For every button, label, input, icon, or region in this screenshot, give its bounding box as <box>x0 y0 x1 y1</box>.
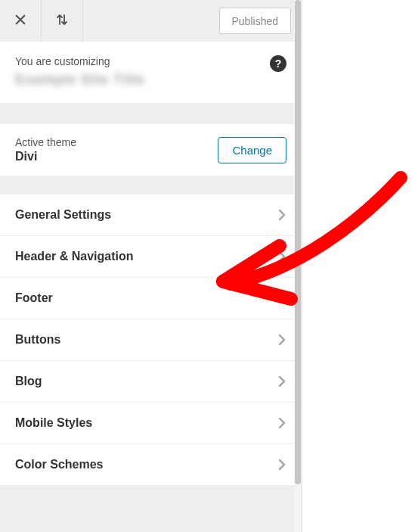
menu-item-label: Buttons <box>15 333 60 347</box>
close-button[interactable] <box>0 0 42 42</box>
help-icon[interactable]: ? <box>270 55 286 72</box>
publish-status-button[interactable]: Published <box>219 8 292 34</box>
menu-item-mobile-styles[interactable]: Mobile Styles <box>0 403 302 444</box>
change-theme-button[interactable]: Change <box>218 137 286 163</box>
menu-item-color-schemes[interactable]: Color Schemes <box>0 444 302 486</box>
chevron-right-icon <box>277 250 286 263</box>
customizing-label: You are customizing <box>15 55 286 67</box>
chevron-right-icon <box>277 458 286 471</box>
chevron-right-icon <box>277 416 286 430</box>
customizer-sidebar: Published You are customizing Example Si… <box>0 0 302 532</box>
active-theme-row: Active theme Divi Change <box>0 124 302 176</box>
chevron-right-icon <box>277 375 286 388</box>
menu-item-label: General Settings <box>15 208 111 222</box>
customizer-menu: General Settings Header & Navigation Foo… <box>0 194 302 486</box>
chevron-right-icon <box>277 208 286 222</box>
active-theme-name: Divi <box>15 150 76 163</box>
menu-item-label: Mobile Styles <box>15 416 92 430</box>
chevron-right-icon <box>277 333 286 347</box>
menu-item-footer[interactable]: Footer <box>0 278 302 319</box>
menu-item-label: Blog <box>15 375 42 388</box>
transfer-icon <box>55 13 69 29</box>
menu-item-general-settings[interactable]: General Settings <box>0 194 302 236</box>
customizer-topbar: Published <box>0 0 302 42</box>
menu-item-blog[interactable]: Blog <box>0 361 302 403</box>
section-gap <box>0 176 302 194</box>
device-preview-button[interactable] <box>42 0 83 42</box>
customizing-info: You are customizing Example Site Title ? <box>0 42 302 103</box>
menu-item-label: Color Schemes <box>15 458 103 471</box>
menu-item-header-navigation[interactable]: Header & Navigation <box>0 236 302 278</box>
menu-item-buttons[interactable]: Buttons <box>0 319 302 361</box>
menu-item-label: Footer <box>15 291 53 305</box>
topbar-spacer <box>83 0 219 42</box>
menu-item-label: Header & Navigation <box>15 250 133 263</box>
theme-labels: Active theme Divi <box>15 136 76 163</box>
scrollbar-thumb[interactable] <box>295 0 301 484</box>
customizer-scroll: Published You are customizing Example Si… <box>0 0 302 532</box>
scrollbar-track <box>294 0 302 532</box>
section-gap <box>0 103 302 124</box>
active-theme-label: Active theme <box>15 136 76 148</box>
close-icon <box>14 13 27 29</box>
site-title: Example Site Title <box>15 72 286 88</box>
chevron-right-icon <box>277 291 286 305</box>
